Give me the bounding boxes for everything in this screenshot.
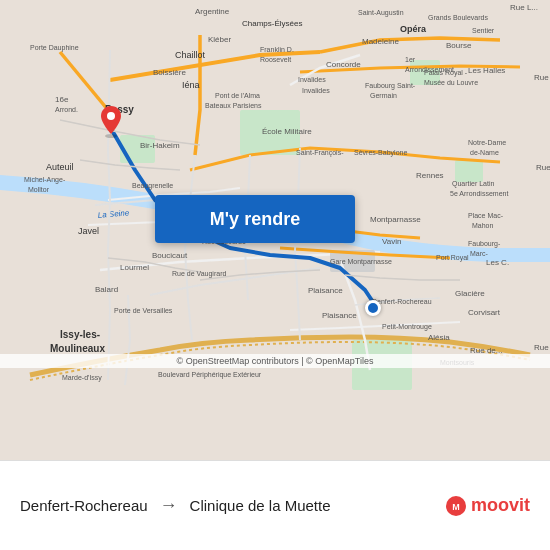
svg-text:Marde-d'Issy: Marde-d'Issy bbox=[62, 374, 102, 382]
svg-text:Balard: Balard bbox=[95, 285, 118, 294]
svg-text:Molltor: Molltor bbox=[28, 186, 50, 193]
svg-text:de-Name: de-Name bbox=[470, 149, 499, 156]
svg-text:Les C.: Les C. bbox=[486, 258, 509, 267]
svg-text:Petit-Montrouge: Petit-Montrouge bbox=[382, 323, 432, 331]
svg-text:Quartier Latin: Quartier Latin bbox=[452, 180, 495, 188]
svg-text:Alésia: Alésia bbox=[428, 333, 450, 342]
svg-text:M: M bbox=[452, 502, 460, 512]
svg-text:5e Arrondissement: 5e Arrondissement bbox=[450, 190, 508, 197]
svg-text:Issy-les-: Issy-les- bbox=[60, 329, 100, 340]
svg-text:Bourse: Bourse bbox=[446, 41, 472, 50]
svg-text:Glacière: Glacière bbox=[455, 289, 485, 298]
svg-text:Kléber: Kléber bbox=[208, 35, 231, 44]
svg-rect-3 bbox=[455, 160, 483, 182]
svg-text:Port Royal: Port Royal bbox=[436, 254, 469, 262]
svg-text:Gare Montparnasse: Gare Montparnasse bbox=[330, 258, 392, 266]
svg-text:Arrond.: Arrond. bbox=[55, 106, 78, 113]
destination-dot bbox=[365, 300, 381, 316]
map-attribution: © OpenStreetMap contributors | © OpenMap… bbox=[0, 354, 550, 368]
svg-text:Beaugrenelle: Beaugrenelle bbox=[132, 182, 173, 190]
svg-point-87 bbox=[107, 112, 115, 120]
svg-text:Rue de: Rue de bbox=[534, 343, 550, 352]
svg-text:Notre-Dame: Notre-Dame bbox=[468, 139, 506, 146]
svg-text:Auteuil: Auteuil bbox=[46, 162, 74, 172]
svg-text:Pont de l'Alma: Pont de l'Alma bbox=[215, 92, 260, 99]
svg-text:Vavin: Vavin bbox=[382, 237, 401, 246]
svg-text:Michel-Ange-: Michel-Ange- bbox=[24, 176, 66, 184]
svg-text:Rue L...: Rue L... bbox=[510, 3, 538, 12]
svg-text:16e: 16e bbox=[55, 95, 69, 104]
moovit-logo: M moovit bbox=[445, 495, 530, 517]
svg-text:Place Mac-: Place Mac- bbox=[468, 212, 504, 219]
svg-text:Roosevelt: Roosevelt bbox=[260, 56, 291, 63]
svg-text:Faubourg-: Faubourg- bbox=[468, 240, 501, 248]
svg-text:Invalides: Invalides bbox=[302, 87, 330, 94]
svg-text:Rue d: Rue d bbox=[536, 163, 550, 172]
svg-point-86 bbox=[105, 134, 117, 138]
svg-text:Saint-François-: Saint-François- bbox=[296, 149, 344, 157]
svg-text:Montparnasse: Montparnasse bbox=[370, 215, 421, 224]
svg-text:École Militaire: École Militaire bbox=[262, 127, 312, 136]
moovit-text: moovit bbox=[471, 495, 530, 516]
origin-pin bbox=[100, 106, 122, 142]
moovit-icon: M bbox=[445, 495, 467, 517]
svg-text:Rennes: Rennes bbox=[416, 171, 444, 180]
svg-text:Boucicaut: Boucicaut bbox=[152, 251, 188, 260]
svg-text:Boissière: Boissière bbox=[153, 68, 186, 77]
svg-text:Musée du Louvre: Musée du Louvre bbox=[424, 79, 478, 86]
svg-text:Faubourg Saint-: Faubourg Saint- bbox=[365, 82, 416, 90]
svg-text:Rue d: Rue d bbox=[534, 73, 550, 82]
svg-text:Mahon: Mahon bbox=[472, 222, 494, 229]
svg-text:Franklin D.: Franklin D. bbox=[260, 46, 294, 53]
svg-text:Bateaux Parisiens: Bateaux Parisiens bbox=[205, 102, 262, 109]
svg-text:Bir-Hakeim: Bir-Hakeim bbox=[140, 141, 180, 150]
svg-text:Madeleine: Madeleine bbox=[362, 37, 399, 46]
route-arrow: → bbox=[160, 495, 178, 516]
svg-text:Moulineaux: Moulineaux bbox=[50, 343, 105, 354]
svg-text:Saint-Augustin: Saint-Augustin bbox=[358, 9, 404, 17]
bottom-bar: Denfert-Rochereau → Clinique de la Muett… bbox=[0, 460, 550, 550]
svg-text:Porte de Versailles: Porte de Versailles bbox=[114, 307, 173, 314]
svg-text:Les Halles: Les Halles bbox=[468, 66, 505, 75]
svg-text:Marc-: Marc- bbox=[470, 250, 489, 257]
svg-text:Denfert-Rochereau: Denfert-Rochereau bbox=[372, 298, 432, 305]
svg-text:Corvisart: Corvisart bbox=[468, 308, 501, 317]
svg-text:Germain: Germain bbox=[370, 92, 397, 99]
svg-text:Iéna: Iéna bbox=[182, 80, 200, 90]
svg-text:Boulevard Périphérique Extérie: Boulevard Périphérique Extérieur bbox=[158, 371, 262, 379]
svg-text:Javel: Javel bbox=[78, 226, 99, 236]
svg-text:Grands Boulevards: Grands Boulevards bbox=[428, 14, 488, 21]
map-container: La Seine bbox=[0, 0, 550, 460]
svg-text:Argentine: Argentine bbox=[195, 7, 230, 16]
svg-text:Plaisance: Plaisance bbox=[322, 311, 357, 320]
navigate-button[interactable]: M'y rendre bbox=[155, 195, 355, 243]
svg-text:Invalides: Invalides bbox=[298, 76, 326, 83]
svg-text:Porte Dauphine: Porte Dauphine bbox=[30, 44, 79, 52]
svg-text:Sentier: Sentier bbox=[472, 27, 495, 34]
svg-text:Plaisance: Plaisance bbox=[308, 286, 343, 295]
svg-text:Rue de Vaugirard: Rue de Vaugirard bbox=[172, 270, 226, 278]
svg-text:Palais Royal -: Palais Royal - bbox=[424, 69, 468, 77]
route-to: Clinique de la Muette bbox=[190, 497, 331, 514]
svg-text:Concorde: Concorde bbox=[326, 60, 361, 69]
svg-text:Chaillot: Chaillot bbox=[175, 50, 206, 60]
route-from: Denfert-Rochereau bbox=[20, 497, 148, 514]
svg-text:Lourmel: Lourmel bbox=[120, 263, 149, 272]
svg-text:Opéra: Opéra bbox=[400, 24, 427, 34]
svg-text:Champs-Élysées: Champs-Élysées bbox=[242, 19, 302, 28]
svg-text:1er: 1er bbox=[405, 56, 416, 63]
svg-text:Sèvres-Babylone: Sèvres-Babylone bbox=[354, 149, 407, 157]
